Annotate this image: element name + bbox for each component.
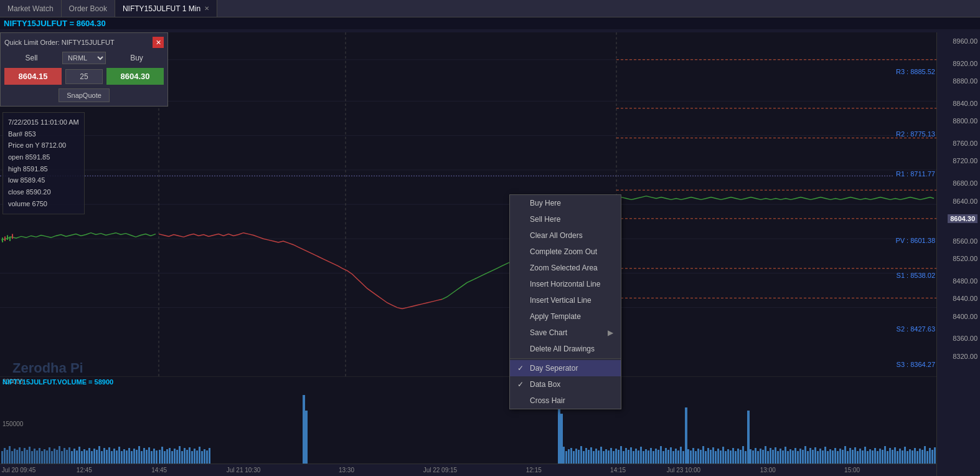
svg-rect-135 <box>610 448 612 464</box>
tab-order-book[interactable]: Order Book <box>62 0 115 17</box>
svg-rect-41 <box>36 450 38 464</box>
svg-rect-222 <box>827 451 829 464</box>
time-label: 14:15 <box>610 467 626 474</box>
svg-rect-162 <box>672 451 674 464</box>
time-label: 13:30 <box>339 467 354 474</box>
svg-rect-65 <box>96 450 98 464</box>
close-icon[interactable]: ✕ <box>204 5 209 12</box>
svg-rect-233 <box>854 447 856 464</box>
svg-rect-213 <box>804 446 806 464</box>
close-button[interactable]: ✕ <box>153 37 164 48</box>
price-label: 8560.00 <box>953 237 978 245</box>
menu-item-delete-drawings[interactable]: Delete All Drawings <box>510 341 621 357</box>
svg-rect-137 <box>615 449 617 464</box>
svg-rect-133 <box>605 449 607 464</box>
tab-market-watch[interactable]: Market Watch <box>0 0 62 17</box>
svg-rect-202 <box>777 451 779 464</box>
svg-rect-265 <box>934 447 936 464</box>
svg-rect-147 <box>640 447 642 464</box>
svg-rect-74 <box>118 447 120 464</box>
svg-rect-35 <box>21 451 23 464</box>
quantity-input[interactable] <box>65 69 103 84</box>
menu-item-buy-here[interactable]: Buy Here <box>510 195 621 211</box>
time-label: Jul 22 09:15 <box>423 467 458 474</box>
menu-item-cross-hair[interactable]: Cross Hair <box>510 393 621 409</box>
svg-rect-186 <box>735 451 737 464</box>
menu-item-clear-orders[interactable]: Clear All Orders <box>510 227 621 244</box>
svg-rect-227 <box>839 449 841 464</box>
svg-rect-75 <box>121 451 123 464</box>
price-label: 8640.00 <box>953 198 978 205</box>
menu-divider <box>510 358 621 359</box>
svg-rect-103 <box>186 450 188 464</box>
svg-rect-178 <box>715 451 717 464</box>
menu-item-insert-vline[interactable]: Insert Vertical Line <box>510 292 621 308</box>
svg-rect-86 <box>148 447 150 464</box>
svg-rect-91 <box>305 411 308 464</box>
svg-rect-83 <box>141 451 143 464</box>
svg-rect-182 <box>725 451 727 464</box>
svg-rect-102 <box>184 448 186 464</box>
svg-rect-196 <box>762 450 764 464</box>
sell-price[interactable]: 8604.15 <box>4 68 62 85</box>
svg-rect-199 <box>770 448 771 464</box>
product-select[interactable]: NRML MIS <box>62 52 106 64</box>
price-label: 8400.00 <box>953 313 978 320</box>
svg-rect-141 <box>625 448 627 464</box>
svg-rect-187 <box>737 449 739 464</box>
menu-item-sell-here[interactable]: Sell Here <box>510 211 621 227</box>
svg-rect-252 <box>902 450 903 464</box>
svg-rect-175 <box>707 448 709 464</box>
svg-rect-100 <box>179 446 181 464</box>
svg-rect-183 <box>727 449 729 464</box>
price-scale: 8960.00 8920.00 8880.00 8840.00 8800.00 … <box>936 32 980 476</box>
svg-rect-189 <box>742 446 744 464</box>
menu-item-insert-hline[interactable]: Insert Horizontal Line <box>510 276 621 292</box>
svg-rect-113 <box>558 401 560 464</box>
svg-rect-52 <box>64 448 65 464</box>
svg-rect-148 <box>643 451 644 464</box>
menu-item-day-separator[interactable]: ✓Day Seperator <box>510 360 621 376</box>
snapquote-button[interactable]: SnapQuote <box>59 88 110 102</box>
volume-label: NIFTY15JULFUT.VOLUME = 58900 <box>2 378 113 386</box>
svg-rect-58 <box>78 447 80 464</box>
svg-rect-192 <box>752 450 754 464</box>
svg-text:150000: 150000 <box>2 421 24 427</box>
svg-rect-82 <box>138 446 140 464</box>
svg-rect-246 <box>887 451 888 464</box>
svg-rect-228 <box>842 450 844 464</box>
svg-rect-232 <box>852 450 854 464</box>
svg-rect-205 <box>784 447 786 464</box>
svg-rect-200 <box>772 450 774 464</box>
svg-rect-110 <box>204 449 205 464</box>
svg-rect-230 <box>847 451 849 464</box>
menu-item-zoom-area[interactable]: Zoom Selected Area <box>510 260 621 276</box>
price-label: 8480.00 <box>953 277 978 285</box>
svg-rect-208 <box>792 450 794 464</box>
svg-rect-256 <box>912 450 913 464</box>
menu-item-complete-zoom[interactable]: Complete Zoom Out <box>510 244 621 260</box>
svg-rect-242 <box>877 451 879 464</box>
svg-rect-47 <box>51 451 53 464</box>
svg-rect-193 <box>755 448 756 464</box>
menu-item-save-chart[interactable]: Save Chart ▶ <box>510 325 621 341</box>
svg-rect-236 <box>862 450 864 464</box>
svg-rect-29 <box>6 450 8 464</box>
buy-price[interactable]: 8604.30 <box>106 68 164 85</box>
svg-rect-216 <box>812 450 814 464</box>
svg-rect-245 <box>884 446 886 464</box>
svg-rect-224 <box>832 450 834 464</box>
svg-rect-72 <box>113 449 115 464</box>
menu-item-data-box[interactable]: ✓Data Box <box>510 376 621 393</box>
svg-rect-109 <box>201 451 203 464</box>
svg-rect-204 <box>782 450 784 464</box>
svg-rect-161 <box>670 447 672 464</box>
svg-rect-70 <box>108 447 110 464</box>
svg-rect-129 <box>595 449 597 464</box>
svg-rect-170 <box>695 451 697 464</box>
menu-item-apply-template[interactable]: Apply Template <box>510 308 621 325</box>
svg-rect-124 <box>583 451 585 464</box>
tab-chart[interactable]: NIFTY15JULFUT 1 Min ✕ <box>115 0 217 17</box>
svg-rect-180 <box>720 450 722 464</box>
price-label: 8520.00 <box>953 255 978 262</box>
